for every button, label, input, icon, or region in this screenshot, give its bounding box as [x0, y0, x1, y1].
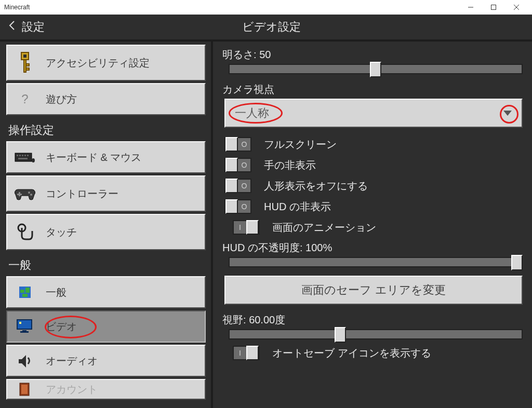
svg-rect-12 — [22, 155, 23, 156]
minimize-button[interactable] — [459, 0, 482, 15]
question-icon: ? — [15, 89, 35, 110]
camera-perspective-label: カメラ視点 — [222, 83, 525, 97]
sidebar-item-video[interactable]: ビデオ — [6, 310, 206, 343]
sidebar-item-label: 遊び方 — [46, 92, 77, 106]
fullscreen-toggle[interactable]: O — [224, 137, 251, 152]
fov-slider[interactable] — [229, 329, 523, 339]
svg-rect-24 — [25, 288, 30, 293]
hide-paperdoll-toggle[interactable]: O — [224, 179, 251, 193]
hide-hand-toggle[interactable]: O — [224, 158, 251, 172]
hud-opacity-slider[interactable] — [229, 257, 523, 267]
svg-rect-31 — [21, 385, 28, 394]
back-button[interactable]: 設定 — [8, 19, 45, 35]
sidebar-item-label: タッチ — [46, 225, 77, 239]
hud-opacity-label: HUD の不透明度: 100% — [222, 241, 525, 255]
toggle-label: 手の非表示 — [264, 158, 316, 172]
safe-area-button[interactable]: 画面のセーフ エリアを変更 — [224, 276, 523, 305]
svg-point-17 — [28, 192, 30, 194]
sidebar-item-account[interactable]: アカウント — [6, 379, 206, 400]
keyboard-icon — [15, 147, 35, 168]
autosave-icon-toggle[interactable]: I — [233, 346, 260, 360]
touch-icon — [15, 222, 35, 242]
svg-rect-26 — [17, 320, 32, 329]
back-label: 設定 — [22, 19, 45, 35]
sidebar-item-keyboard[interactable]: キーボード & マウス — [6, 141, 206, 173]
chevron-down-icon — [503, 108, 512, 118]
svg-point-16 — [32, 158, 35, 162]
toggle-label: HUD の非表示 — [264, 200, 331, 214]
audio-icon — [15, 350, 35, 371]
chevron-left-icon — [8, 20, 16, 34]
section-header-general: 一般 — [6, 252, 206, 276]
toggle-label: フルスクリーン — [264, 138, 337, 152]
sidebar-item-audio[interactable]: オーディオ — [6, 345, 206, 377]
svg-rect-9 — [15, 153, 32, 161]
sidebar-item-howtoplay[interactable]: ? 遊び方 — [6, 83, 206, 115]
toggle-label: オートセーブ アイコンを表示する — [272, 346, 431, 360]
svg-marker-32 — [503, 111, 512, 116]
sidebar-item-label: オーディオ — [46, 354, 98, 368]
hide-hud-toggle[interactable]: O — [224, 199, 251, 214]
sidebar-item-label: アカウント — [46, 383, 98, 397]
svg-rect-14 — [27, 155, 29, 156]
sidebar-item-general[interactable]: 一般 — [6, 276, 206, 308]
svg-rect-27 — [19, 322, 21, 324]
screen-animation-toggle[interactable]: I — [233, 220, 260, 235]
window-title: Minecraft — [4, 4, 30, 11]
book-icon — [15, 379, 35, 400]
sidebar-item-label: アクセシビリティ設定 — [46, 56, 150, 70]
world-icon — [15, 282, 35, 303]
camera-perspective-dropdown[interactable]: 一人称 — [224, 99, 523, 128]
svg-rect-23 — [20, 290, 24, 293]
page-title: ビデオ設定 — [45, 19, 524, 35]
svg-rect-25 — [22, 294, 28, 297]
sidebar-item-accessibility[interactable]: アクセシビリティ設定 — [6, 45, 206, 81]
svg-rect-29 — [20, 331, 29, 333]
svg-rect-7 — [26, 64, 29, 66]
key-icon — [15, 52, 35, 73]
svg-rect-8 — [26, 68, 29, 70]
settings-panel: 明るさ: 50 カメラ視点 一人称 O フルスクリーン — [213, 42, 532, 408]
svg-point-18 — [30, 194, 32, 196]
svg-rect-11 — [19, 155, 21, 156]
fov-label: 視野: 60.00度 — [222, 313, 525, 327]
section-header-controls: 操作設定 — [6, 117, 206, 141]
sidebar-item-label: キーボード & マウス — [46, 151, 141, 165]
brightness-slider[interactable] — [229, 64, 523, 74]
settings-sidebar: アクセシビリティ設定 ? 遊び方 操作設定 キーボード & マウス コントローラ… — [0, 42, 213, 408]
svg-rect-5 — [23, 55, 26, 58]
brightness-label: 明るさ: 50 — [222, 48, 525, 62]
toggle-label: 画面のアニメーション — [272, 221, 376, 235]
window-titlebar: Minecraft — [0, 0, 532, 15]
sidebar-item-touch[interactable]: タッチ — [6, 214, 206, 250]
svg-rect-20 — [17, 194, 22, 195]
dropdown-value: 一人称 — [235, 105, 269, 121]
svg-rect-10 — [17, 155, 18, 156]
svg-rect-13 — [24, 155, 26, 156]
svg-rect-1 — [491, 5, 496, 10]
page-header: 設定 ビデオ設定 — [0, 15, 532, 39]
sidebar-item-controller[interactable]: コントローラー — [6, 175, 206, 212]
sidebar-item-label: コントローラー — [46, 187, 118, 201]
maximize-button[interactable] — [482, 0, 505, 15]
svg-rect-15 — [18, 158, 28, 159]
gamepad-icon — [15, 183, 35, 204]
close-button[interactable] — [505, 0, 528, 15]
toggle-label: 人形表示をオフにする — [264, 179, 368, 193]
sidebar-item-label: ビデオ — [46, 320, 77, 334]
monitor-icon — [15, 316, 35, 337]
sidebar-item-label: 一般 — [46, 285, 66, 300]
svg-rect-28 — [22, 330, 26, 331]
